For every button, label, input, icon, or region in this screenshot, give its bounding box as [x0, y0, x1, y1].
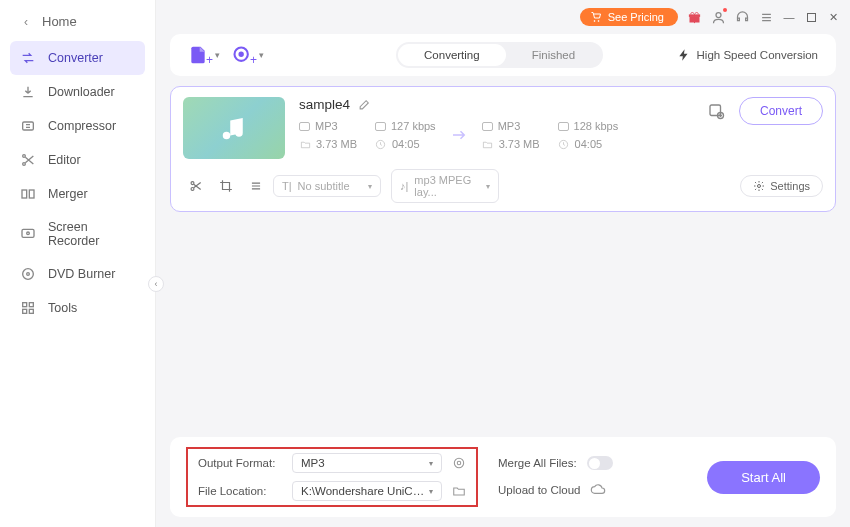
svg-rect-4 — [29, 190, 34, 198]
sidebar-item-dvd-burner[interactable]: DVD Burner — [0, 257, 155, 291]
svg-point-15 — [716, 12, 721, 17]
gear-icon — [753, 180, 765, 192]
convert-button[interactable]: Convert — [739, 97, 823, 125]
content-area: sample4 MP3 3.73 MB 127 kbps 04:05 — [156, 76, 850, 437]
svg-point-26 — [457, 461, 461, 465]
scissors-icon — [20, 152, 36, 168]
file-thumbnail — [183, 97, 285, 159]
chevron-down-icon: ▾ — [429, 487, 433, 496]
sidebar-item-merger[interactable]: Merger — [0, 177, 155, 211]
cloud-icon[interactable] — [590, 482, 606, 498]
svg-point-6 — [27, 232, 30, 235]
add-disc-button[interactable]: + ▾ — [232, 43, 264, 67]
folder-icon — [482, 138, 494, 150]
subtitle-value: No subtitle — [298, 180, 350, 192]
svg-point-25 — [454, 458, 463, 467]
cart-icon — [590, 11, 602, 23]
toolbar: + ▾ + ▾ Converting Finished High Speed C… — [170, 34, 836, 76]
sidebar-item-downloader[interactable]: Downloader — [0, 75, 155, 109]
maximize-button[interactable] — [804, 10, 818, 24]
upload-label: Upload to Cloud — [498, 484, 580, 496]
file-settings-icon[interactable] — [707, 102, 725, 120]
high-speed-toggle[interactable]: High Speed Conversion — [677, 48, 818, 62]
merge-label: Merge All Files: — [498, 457, 577, 469]
sidebar-item-screen-recorder[interactable]: Screen Recorder — [0, 211, 155, 257]
svg-point-7 — [23, 269, 34, 280]
folder-icon — [299, 138, 311, 150]
output-format-dropdown[interactable]: MP3 ▾ — [292, 453, 442, 473]
format-icon — [299, 122, 310, 131]
download-icon — [20, 84, 36, 100]
nav-label: Editor — [48, 153, 81, 167]
gift-icon[interactable] — [686, 9, 702, 25]
chevron-down-icon: ▾ — [215, 50, 220, 60]
audio-icon: ♪| — [400, 180, 408, 192]
sidebar-item-editor[interactable]: Editor — [0, 143, 155, 177]
sidebar-item-converter[interactable]: Converter — [10, 41, 145, 75]
svg-point-8 — [27, 273, 30, 276]
add-file-button[interactable]: + ▾ — [188, 43, 220, 67]
see-pricing-button[interactable]: See Pricing — [580, 8, 678, 26]
screen-recorder-icon — [20, 226, 36, 242]
svg-rect-3 — [22, 190, 27, 198]
tab-finished[interactable]: Finished — [506, 44, 601, 66]
cut-icon[interactable] — [189, 179, 203, 193]
nav-label: Tools — [48, 301, 77, 315]
svg-rect-5 — [22, 229, 34, 237]
svg-point-1 — [23, 155, 26, 158]
chevron-down-icon: ▾ — [486, 182, 490, 191]
clock-icon — [375, 138, 387, 150]
sidebar-collapse-handle[interactable]: ‹ — [148, 276, 164, 292]
close-button[interactable]: ✕ — [826, 10, 840, 24]
mini-tools — [183, 179, 263, 193]
merge-toggle[interactable] — [587, 456, 613, 470]
layout-value: mp3 MPEG lay... — [414, 174, 480, 198]
arrow-right-icon — [442, 126, 476, 144]
svg-point-17 — [240, 53, 243, 56]
user-icon[interactable] — [710, 9, 726, 25]
list-icon[interactable] — [249, 179, 263, 193]
sidebar-item-tools[interactable]: Tools — [0, 291, 155, 325]
chevron-down-icon: ▾ — [259, 50, 264, 60]
output-settings-icon[interactable] — [452, 456, 466, 470]
nav-label: Downloader — [48, 85, 115, 99]
bolt-icon — [677, 48, 691, 62]
sidebar-item-compressor[interactable]: Compressor — [0, 109, 155, 143]
file-settings-button[interactable]: Settings — [740, 175, 823, 197]
file-location-dropdown[interactable]: K:\Wondershare UniConverter 1 ▾ — [292, 481, 442, 501]
crop-icon[interactable] — [219, 179, 233, 193]
nav-label: Screen Recorder — [48, 220, 137, 248]
nav-label: Compressor — [48, 119, 116, 133]
back-home[interactable]: ‹ Home — [0, 0, 155, 41]
output-format-value: MP3 — [301, 457, 325, 469]
audio-layout-dropdown[interactable]: ♪| mp3 MPEG lay... ▾ — [391, 169, 499, 203]
svg-rect-12 — [29, 309, 33, 313]
start-all-button[interactable]: Start All — [707, 461, 820, 494]
open-folder-icon[interactable] — [452, 484, 466, 498]
nav-list: Converter Downloader Compressor Editor M… — [0, 41, 155, 325]
hsc-label: High Speed Conversion — [697, 49, 818, 61]
file-location-value: K:\Wondershare UniConverter 1 — [301, 485, 429, 497]
status-tabs: Converting Finished — [396, 42, 603, 68]
svg-rect-11 — [23, 309, 27, 313]
dst-duration: 04:05 — [575, 138, 603, 150]
svg-rect-10 — [29, 303, 33, 307]
chevron-left-icon: ‹ — [24, 15, 28, 29]
tab-converting[interactable]: Converting — [398, 44, 506, 66]
menu-icon[interactable] — [758, 9, 774, 25]
subtitle-dropdown[interactable]: T| No subtitle ▾ — [273, 175, 381, 197]
output-settings-highlight: Output Format: MP3 ▾ File Location: K:\W… — [186, 447, 478, 507]
subtitle-icon: T| — [282, 180, 292, 192]
headset-icon[interactable] — [734, 9, 750, 25]
svg-point-23 — [191, 187, 194, 190]
svg-rect-0 — [23, 122, 34, 130]
minimize-button[interactable]: — — [782, 10, 796, 24]
sidebar: ‹ Home Converter Downloader Compressor E… — [0, 0, 156, 527]
edit-icon[interactable] — [358, 98, 371, 111]
src-duration: 04:05 — [392, 138, 420, 150]
src-bitrate: 127 kbps — [391, 120, 436, 132]
format-icon — [482, 122, 493, 131]
file-location-label: File Location: — [198, 485, 282, 497]
output-format-label: Output Format: — [198, 457, 282, 469]
svg-rect-9 — [23, 303, 27, 307]
